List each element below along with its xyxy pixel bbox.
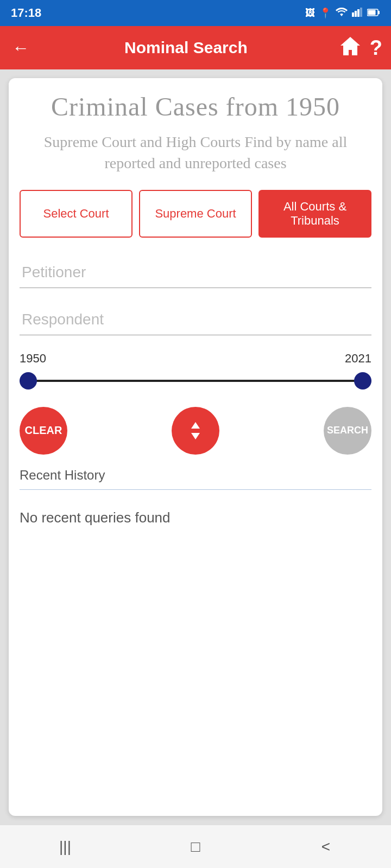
back-button[interactable]: ← bbox=[9, 38, 33, 58]
svg-marker-7 bbox=[340, 37, 360, 55]
signal-icon bbox=[352, 7, 363, 20]
sort-button[interactable] bbox=[172, 407, 219, 455]
nav-recent-apps[interactable]: ||| bbox=[49, 831, 81, 863]
range-labels: 1950 2021 bbox=[20, 352, 371, 366]
location-icon: 📍 bbox=[319, 7, 331, 19]
home-button[interactable] bbox=[339, 36, 361, 60]
petitioner-input[interactable] bbox=[20, 257, 371, 288]
range-track bbox=[20, 380, 371, 382]
hero-subtitle: Supreme Court and High Courts Find by na… bbox=[20, 131, 371, 174]
svg-marker-9 bbox=[191, 433, 200, 439]
respondent-input[interactable] bbox=[20, 304, 371, 335]
status-time: 17:18 bbox=[11, 6, 41, 20]
battery-icon bbox=[367, 8, 380, 19]
hero-title: Criminal Cases from 1950 bbox=[20, 91, 371, 123]
court-buttons-group: Select Court Supreme Court All Courts & … bbox=[20, 190, 371, 238]
nav-home[interactable]: □ bbox=[179, 831, 212, 863]
help-button[interactable]: ? bbox=[370, 36, 382, 60]
svg-rect-3 bbox=[360, 8, 362, 17]
bottom-nav: ||| □ < bbox=[0, 825, 391, 868]
action-buttons: CLEAR SEARCH bbox=[20, 407, 371, 455]
svg-rect-5 bbox=[378, 11, 380, 14]
recent-history-label: Recent History bbox=[20, 468, 371, 483]
range-thumb-left[interactable] bbox=[20, 372, 37, 390]
year-range-section: 1950 2021 bbox=[20, 352, 371, 391]
search-button[interactable]: SEARCH bbox=[324, 407, 371, 455]
range-max-label: 2021 bbox=[345, 352, 371, 366]
camera-icon: 🖼 bbox=[305, 8, 315, 19]
clear-button[interactable]: CLEAR bbox=[20, 407, 67, 455]
select-court-button[interactable]: Select Court bbox=[20, 190, 133, 238]
app-bar: ← Nominal Search ? bbox=[0, 26, 391, 69]
main-card: Criminal Cases from 1950 Supreme Court a… bbox=[9, 78, 382, 816]
svg-marker-8 bbox=[191, 422, 200, 429]
all-courts-button[interactable]: All Courts & Tribunals bbox=[258, 190, 371, 238]
history-divider bbox=[20, 489, 371, 490]
app-bar-actions: ? bbox=[339, 36, 382, 60]
range-min-label: 1950 bbox=[20, 352, 46, 366]
svg-rect-6 bbox=[368, 10, 376, 15]
svg-rect-1 bbox=[355, 11, 357, 17]
wifi-icon bbox=[336, 7, 348, 20]
range-thumb-right[interactable] bbox=[354, 372, 371, 390]
status-icons: 🖼 📍 bbox=[305, 7, 380, 20]
app-bar-title: Nominal Search bbox=[41, 39, 331, 57]
nav-back[interactable]: < bbox=[310, 831, 342, 863]
supreme-court-button[interactable]: Supreme Court bbox=[139, 190, 252, 238]
status-bar: 17:18 🖼 📍 bbox=[0, 0, 391, 26]
svg-rect-2 bbox=[357, 9, 360, 17]
range-track-container[interactable] bbox=[20, 371, 371, 391]
svg-rect-0 bbox=[352, 12, 354, 17]
no-history-message: No recent queries found bbox=[20, 501, 371, 535]
